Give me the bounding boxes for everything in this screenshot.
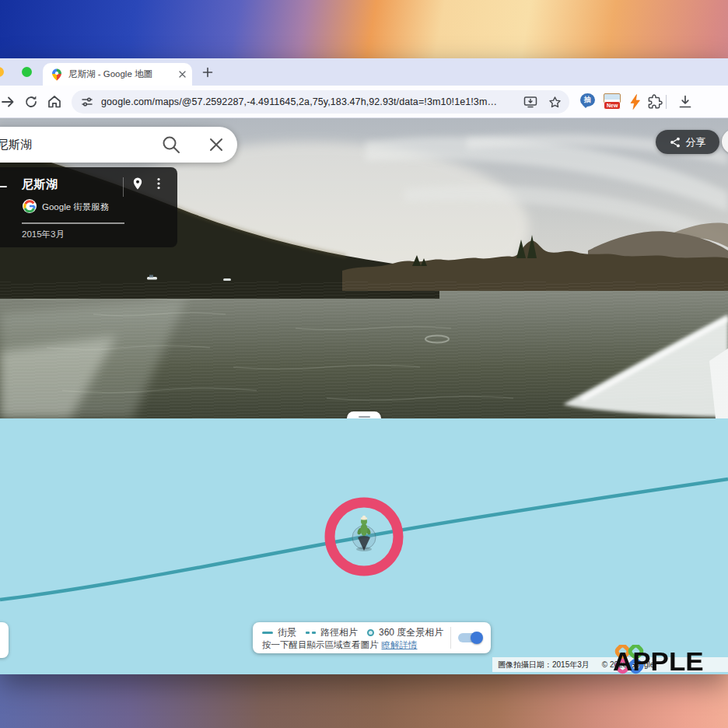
chat-extension-glyph: 抽 xyxy=(584,95,591,105)
place-pin-icon[interactable] xyxy=(131,177,145,191)
toolbar-divider xyxy=(666,95,667,109)
streetview-scene xyxy=(0,118,728,418)
site-info-icon[interactable] xyxy=(81,96,93,108)
photo-layer-toggle[interactable] xyxy=(458,633,481,642)
map-control-partial[interactable] xyxy=(0,622,9,658)
maps-page: 尼斯湖 尼斯湖 xyxy=(0,118,728,674)
legend-label: 街景 xyxy=(278,626,296,639)
omnibox[interactable]: google.com/maps/@57.2592287,-4.4911645,2… xyxy=(72,90,569,114)
legend-label: 360 度全景相片 xyxy=(379,626,443,639)
panel-title: 尼斯湖 xyxy=(22,177,58,192)
legend-card: 街景 路徑相片 360 度全景相片 按一下醒目顯示區域查看圖片 瞭解詳情 xyxy=(253,622,491,653)
maps-favicon xyxy=(51,68,62,81)
google-logo xyxy=(23,199,37,213)
browser-tab[interactable]: 尼斯湖 - Google 地圖 xyxy=(43,63,192,86)
share-label: 分享 xyxy=(686,135,706,149)
tab-strip: 尼斯湖 - Google 地圖 xyxy=(0,58,728,86)
share-button[interactable]: 分享 xyxy=(656,130,719,154)
chat-extension-icon[interactable]: 抽 xyxy=(580,93,597,110)
pegman-marker[interactable] xyxy=(352,516,376,551)
learn-more-link[interactable]: 瞭解詳情 xyxy=(382,639,418,651)
new-extension-icon[interactable]: New xyxy=(604,93,621,110)
panel-divider xyxy=(123,177,124,197)
kebab-menu-icon[interactable] xyxy=(152,177,165,191)
panel-underline xyxy=(22,222,124,224)
panel-provider: Google 街景服務 xyxy=(42,201,109,213)
forward-icon[interactable] xyxy=(0,94,16,110)
legend-divider xyxy=(450,627,451,649)
browser-toolbar: google.com/maps/@57.2592287,-4.4911645,2… xyxy=(0,86,728,118)
legend-label: 路徑相片 xyxy=(320,626,358,639)
capture-date-label: 2015年3月 xyxy=(22,229,65,240)
route-photos-swatch xyxy=(306,632,316,634)
legend-row: 街景 路徑相片 360 度全景相片 xyxy=(262,626,443,639)
zoom-traffic-light[interactable] xyxy=(22,67,32,77)
share-icon xyxy=(670,137,681,148)
legend-hint-row: 按一下醒目顯示區域查看圖片 瞭解詳情 xyxy=(262,639,418,651)
tab-title: 尼斯湖 - Google 地圖 xyxy=(68,68,179,80)
new-tab-button[interactable] xyxy=(201,65,215,79)
extensions-puzzle-icon[interactable] xyxy=(647,94,663,110)
streetview-line-swatch xyxy=(262,632,273,634)
bookmark-star-icon[interactable] xyxy=(548,96,562,109)
wallpaper-bottom xyxy=(0,674,728,728)
pano-circle-swatch xyxy=(367,629,374,636)
streetview-info-panel: 尼斯湖 Googl xyxy=(0,167,177,247)
streetview-panorama[interactable] xyxy=(0,118,728,418)
desktop: 尼斯湖 - Google 地圖 xyxy=(0,0,728,728)
bolt-extension-icon[interactable] xyxy=(627,93,644,110)
watermark-text: APPLE xyxy=(613,647,704,674)
search-box[interactable]: 尼斯湖 xyxy=(0,127,237,163)
back-arrow-icon[interactable] xyxy=(0,180,8,193)
site-watermark: APPLE xyxy=(611,645,728,674)
new-extension-badge: New xyxy=(604,101,621,110)
search-icon[interactable] xyxy=(159,133,183,156)
minimize-traffic-light[interactable] xyxy=(0,67,4,77)
reload-icon[interactable] xyxy=(23,94,39,110)
home-icon[interactable] xyxy=(47,94,62,110)
tab-close-icon[interactable] xyxy=(179,71,186,78)
browser-window: 尼斯湖 - Google 地圖 xyxy=(0,58,728,674)
legend-hint: 按一下醒目顯示區域查看圖片 xyxy=(262,639,379,651)
url-text[interactable]: google.com/maps/@57.2592287,-4.4911645,2… xyxy=(101,96,523,107)
search-input[interactable]: 尼斯湖 xyxy=(0,138,159,152)
clear-search-icon[interactable] xyxy=(205,133,228,156)
install-app-icon[interactable] xyxy=(523,95,537,109)
downloads-icon[interactable] xyxy=(677,94,693,110)
image-capture-date: 圖像拍攝日期：2015年3月 xyxy=(498,660,590,670)
map-section[interactable]: 街景 路徑相片 360 度全景相片 按一下醒目顯示區域查看圖片 瞭解詳情 xyxy=(0,418,728,674)
